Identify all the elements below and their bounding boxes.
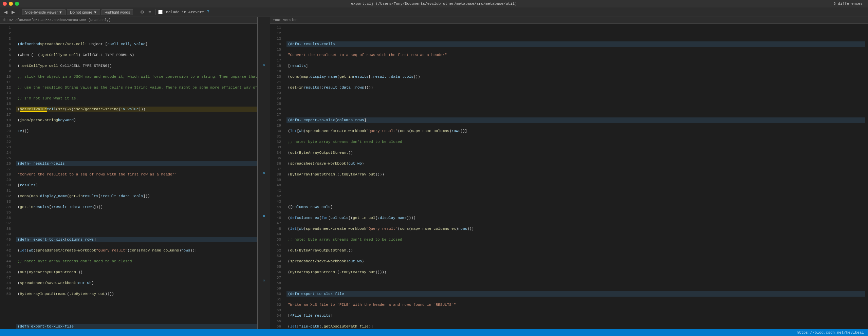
right-code-lines: (defn- results->cells "Convert the resul… <box>287 36 865 329</box>
left-line-1: (defmethod spreadsheet/set-cell! Object … <box>16 41 257 47</box>
right-line-12: "Convert the resultset to a seq of rows … <box>287 52 865 58</box>
right-line-11: (defn- results->cells <box>287 41 865 47</box>
right-line-20: ;; note: byte array streams don't need t… <box>287 139 865 145</box>
right-line-21: (out (ByteArrayOutputStream.)) <box>287 150 865 155</box>
highlight-words-button[interactable]: Highlight words <box>101 9 133 15</box>
right-line-26: ([columns rows cols] <box>287 204 865 210</box>
right-line-14: (cons (map :display_name (get-in results… <box>287 74 865 79</box>
title-bar: export.clj (/Users/Tony/Documents/evclub… <box>0 0 868 7</box>
right-header-label: Your version <box>273 18 297 22</box>
left-pane: d119217fa83905f8642ad5642b84b8e29c4ca135… <box>0 17 258 329</box>
left-code-content[interactable]: (defmethod spreadsheet/set-cell! Object … <box>14 24 257 329</box>
left-line-7: (setCellValue cell (str (-> (json/genera… <box>16 107 257 112</box>
left-line-25 <box>16 302 257 307</box>
left-line-11 <box>16 150 257 155</box>
left-line-2: (when (= (.getCellType cell) Cell/CELL_T… <box>16 52 257 58</box>
nav-forward-button[interactable]: ▶ <box>10 9 16 15</box>
status-url[interactable]: https://blog.csdn.net/keylkeal <box>797 331 864 335</box>
right-line-18: (defn- export-to-xlsx [columns rows] <box>287 117 865 123</box>
left-pane-header: d119217fa83905f8642ad5642b84b8e29c4ca135… <box>0 17 257 24</box>
right-line-25 <box>287 193 865 199</box>
right-line-31: (spreadsheet/save-workbook! out wb) <box>287 259 865 264</box>
left-line-26 <box>16 313 257 318</box>
window-title: export.clj (/Users/Tony/Documents/evclub… <box>351 2 517 6</box>
diff-gutter: » » » <box>258 17 270 329</box>
right-line-33 <box>287 280 865 286</box>
left-line-10 <box>16 139 257 145</box>
left-line-5: ;; use the resulting String value as the… <box>16 85 257 90</box>
nav-back-button[interactable]: ◀ <box>3 9 9 15</box>
include-revert-checkbox[interactable]: Include in &revert <box>158 10 204 14</box>
left-line-13: "Convert the resultset to a seq of rows … <box>16 172 257 177</box>
left-line-19: (defn- export-to-xlsx [columns rows] <box>16 237 257 242</box>
right-line-29: ;; note: byte array streams don't need t… <box>287 237 865 242</box>
right-code-scroll[interactable]: 1112131415 1617181920 2122232425 2627282… <box>270 24 868 329</box>
left-line-23: (spreadsheet/save-workbook! out wb) <box>16 280 257 286</box>
view-mode-button[interactable]: Side-by-side viewer ▼ <box>22 9 66 15</box>
right-line-28: (let [wb (spreadsheet/create-workbook "Q… <box>287 226 865 231</box>
left-line-24: (ByteArrayInputStream. (.toByteArray out… <box>16 291 257 297</box>
right-line-17 <box>287 107 865 112</box>
right-pane-header: Your version <box>270 17 868 24</box>
right-line-27: (def columns_ex (for [col cols] (get-in … <box>287 215 865 221</box>
left-line-18 <box>16 226 257 231</box>
left-line-15: (cons (map :display_name (get-in results… <box>16 193 257 199</box>
right-line-36: [^File file results] <box>287 313 865 318</box>
left-line-9: :v))) <box>16 128 257 134</box>
left-line-27: (defn export-to-xlsx-file <box>16 324 257 329</box>
window-controls <box>3 2 19 6</box>
ignore-button[interactable]: Do not ignore ▼ <box>67 9 100 15</box>
right-line-37: (let [file-path (.getAbsolutePath file)] <box>287 324 865 329</box>
toolbar-separator-2 <box>136 9 136 15</box>
left-line-8: (json/parse-string keyword) <box>16 117 257 123</box>
right-line-23: (ByteArrayInputStream. (.toByteArray out… <box>287 172 865 177</box>
include-revert-label: Include in &revert <box>164 10 204 14</box>
left-line-17 <box>16 215 257 221</box>
left-line-16: (get-in results [:result :data :rows]))) <box>16 204 257 210</box>
right-line-15: (get-in results [:result :data :rows]))) <box>287 85 865 90</box>
right-pane: Your version 1112131415 1617181920 21222… <box>270 17 868 329</box>
settings-icon-button[interactable]: ⚙ <box>139 9 146 15</box>
minimize-button[interactable] <box>9 2 13 6</box>
diff-arrow-3[interactable]: » <box>259 214 269 219</box>
left-line-4: ;; stick the object in a JSON map and en… <box>16 74 257 79</box>
help-icon[interactable]: ? <box>207 10 210 15</box>
right-line-24 <box>287 183 865 188</box>
maximize-button[interactable] <box>15 2 19 6</box>
left-line-14: [results] <box>16 183 257 188</box>
left-header-label: d119217fa83905f8642ad5642b84b8e29c4ca135… <box>3 18 111 22</box>
right-line-22: (spreadsheet/save-workbook! out wb) <box>287 161 865 166</box>
left-line-21: ;; note: byte array streams don't need t… <box>16 259 257 264</box>
menu-icon-button[interactable]: ≡ <box>147 9 152 15</box>
right-line-13: [results] <box>287 63 865 69</box>
close-button[interactable] <box>3 2 7 6</box>
left-line-numbers: 12345 678910 1112131415 1617181920 21222… <box>0 24 14 329</box>
left-line-22: (out (ByteArrayOutputStream.)) <box>16 269 257 275</box>
diff-arrow-4[interactable]: » <box>259 278 269 283</box>
toolbar: ◀ ▶ Side-by-side viewer ▼ Do not ignore … <box>0 7 868 17</box>
left-line-6: ;; I'm not sure what it is. <box>16 96 257 101</box>
left-line-12: (defn- results->cells <box>16 161 257 166</box>
toolbar-separator-3 <box>155 9 155 15</box>
left-code-lines: (defmethod spreadsheet/set-cell! Object … <box>16 36 257 329</box>
right-code-content[interactable]: (defn- results->cells "Convert the resul… <box>284 24 868 329</box>
right-line-19: (let [wb (spreadsheet/create-workbook "Q… <box>287 128 865 134</box>
right-line-16 <box>287 96 865 101</box>
right-line-32: (ByteArrayInputStream. (.toByteArray out… <box>287 269 865 275</box>
right-line-34: (defn export-to-xlsx-file <box>287 291 865 297</box>
status-bar: https://blog.csdn.net/keylkeal <box>0 329 868 336</box>
editor-container: d119217fa83905f8642ad5642b84b8e29c4ca135… <box>0 17 868 329</box>
diff-arrow-2[interactable]: » <box>259 171 269 176</box>
toolbar-separator-1 <box>19 9 19 15</box>
right-line-30: (out (ByteArrayOutputStream.)) <box>287 248 865 253</box>
diff-arrow-1[interactable]: » <box>259 63 269 68</box>
left-code-scroll[interactable]: 12345 678910 1112131415 1617181920 21222… <box>0 24 257 329</box>
diff-count: 6 differences <box>833 2 863 6</box>
right-line-numbers: 1112131415 1617181920 2122232425 2627282… <box>270 24 284 329</box>
left-line-20: (let [wb (spreadsheet/create-workbook "Q… <box>16 248 257 253</box>
right-line-35: "Write an XLS file to `FILE` with the he… <box>287 302 865 307</box>
left-line-3: (.setCellType cell Cell/CELL_TYPE_STRING… <box>16 63 257 69</box>
